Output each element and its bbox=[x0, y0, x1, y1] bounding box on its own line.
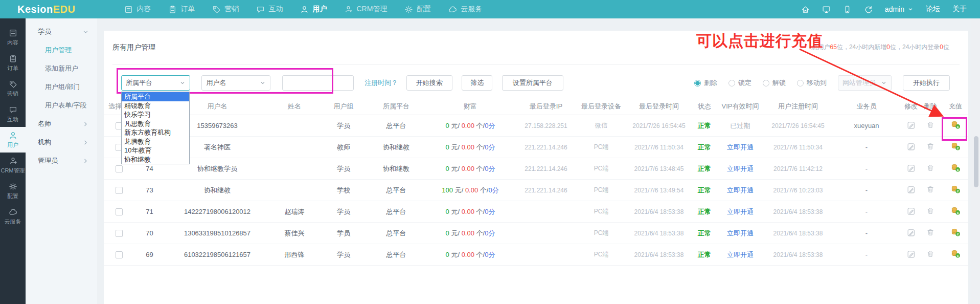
vertical-scrollbar[interactable] bbox=[971, 18, 980, 304]
bulk-radio-解锁[interactable]: 解锁 bbox=[763, 78, 786, 88]
menu-item-用户表单/字段[interactable]: 用户表单/字段 bbox=[26, 96, 97, 115]
nav-link-论坛[interactable]: 论坛 bbox=[926, 5, 940, 14]
cell-status: 正常 bbox=[695, 121, 714, 131]
cell-vip[interactable]: 立即开通 bbox=[727, 251, 754, 258]
coin-icon: c bbox=[951, 142, 961, 151]
platform-select[interactable]: 所属平台 bbox=[121, 75, 190, 91]
delete-button[interactable] bbox=[926, 185, 935, 193]
interaction-icon bbox=[9, 105, 17, 114]
radio-label: 移动到 bbox=[807, 78, 827, 88]
bulk-radio-删除[interactable]: 删除 bbox=[694, 78, 717, 88]
cell-vip[interactable]: 立即开通 bbox=[727, 165, 754, 172]
menu-item-用户组/部门[interactable]: 用户组/部门 bbox=[26, 78, 97, 96]
sidebar-item-label: 用户 bbox=[7, 141, 18, 149]
charge-button[interactable]: c bbox=[951, 206, 961, 215]
nav-item-云服务[interactable]: 云服务 bbox=[448, 5, 482, 14]
row-checkbox[interactable] bbox=[116, 230, 123, 237]
cell-platform: 协和继教 bbox=[364, 143, 428, 152]
edit-button[interactable] bbox=[907, 185, 916, 194]
sidebar-item-label: CRM管理 bbox=[1, 167, 25, 175]
sidebar-item-互动[interactable]: 互动 bbox=[0, 101, 26, 127]
menu-item-名师[interactable]: 名师 bbox=[26, 115, 97, 133]
move-target-select[interactable]: 网站管理员 bbox=[838, 75, 892, 91]
dropdown-option-凡思教育[interactable]: 凡思教育 bbox=[122, 119, 189, 128]
edit-button[interactable] bbox=[907, 164, 916, 172]
field-select[interactable]: 用户名 bbox=[201, 75, 270, 91]
row-checkbox[interactable] bbox=[116, 187, 123, 194]
charge-button[interactable]: c bbox=[951, 163, 961, 172]
menu-item-机构[interactable]: 机构 bbox=[26, 133, 97, 151]
menu-item-管理员[interactable]: 管理员 bbox=[26, 151, 97, 170]
stat-text: 位，24小时内登录 bbox=[890, 44, 940, 51]
sidebar-item-内容[interactable]: 内容 bbox=[0, 25, 26, 50]
cell-username: 协和继教 bbox=[169, 186, 266, 195]
edit-button[interactable] bbox=[907, 142, 916, 151]
edit-button[interactable] bbox=[907, 121, 916, 129]
dropdown-option-快乐学习[interactable]: 快乐学习 bbox=[122, 110, 189, 119]
home-button[interactable] bbox=[801, 5, 810, 14]
cell-group: 学校 bbox=[323, 186, 364, 195]
row-checkbox[interactable] bbox=[116, 208, 123, 215]
search-button[interactable]: 开始搜索 bbox=[406, 75, 452, 91]
edit-button[interactable] bbox=[907, 207, 916, 215]
app-logo[interactable]: KesionEDU bbox=[17, 4, 75, 15]
sidebar-item-用户[interactable]: 用户 bbox=[0, 127, 26, 153]
delete-button[interactable] bbox=[926, 228, 935, 236]
dropdown-option-10年教育[interactable]: 10年教育 bbox=[122, 146, 189, 155]
dropdown-option-协和继教[interactable]: 协和继教 bbox=[122, 155, 189, 164]
menu-item-添加新用户[interactable]: 添加新用户 bbox=[26, 59, 97, 78]
sidebar-item-label: 营销 bbox=[7, 90, 18, 98]
nav-item-CRM管理[interactable]: CRM管理 bbox=[344, 5, 387, 14]
nav-item-用户[interactable]: 用户 bbox=[300, 5, 327, 14]
user-stats: 总用户65位，24小时内新增0位，24小时内登录0位 bbox=[812, 43, 949, 52]
row-checkbox[interactable] bbox=[116, 165, 123, 172]
delete-button[interactable] bbox=[926, 164, 935, 172]
charge-button[interactable]: c bbox=[951, 120, 961, 129]
cell-wealth: 0 元/ 0.00 个/0分 bbox=[428, 143, 512, 152]
sidebar-item-订单[interactable]: 订单 bbox=[0, 50, 26, 76]
bulk-radio-移动到[interactable]: 移动到 bbox=[797, 78, 827, 88]
bulk-radio-锁定[interactable]: 锁定 bbox=[728, 78, 751, 88]
refresh-button[interactable] bbox=[864, 5, 873, 14]
set-platform-button[interactable]: 设置所属平台 bbox=[502, 75, 563, 91]
keyword-input[interactable] bbox=[282, 75, 354, 91]
nav-item-配置[interactable]: 配置 bbox=[404, 5, 431, 14]
cell-vip[interactable]: 立即开通 bbox=[727, 143, 754, 151]
dropdown-option-龙腾教育[interactable]: 龙腾教育 bbox=[122, 137, 189, 146]
dropdown-option-精锐教育[interactable]: 精锐教育 bbox=[122, 101, 189, 111]
register-time-link[interactable]: 注册时间？ bbox=[364, 75, 398, 91]
menu-item-学员[interactable]: 学员 bbox=[26, 23, 97, 41]
nav-item-互动[interactable]: 互动 bbox=[256, 5, 283, 14]
charge-button[interactable]: c bbox=[951, 249, 961, 258]
cell-vip[interactable]: 立即开通 bbox=[727, 186, 754, 194]
monitor-button[interactable] bbox=[822, 5, 831, 14]
dropdown-option-所属平台[interactable]: 所属平台 bbox=[122, 92, 189, 101]
dropdown-option-新东方教育机构[interactable]: 新东方教育机构 bbox=[122, 128, 189, 137]
edit-button[interactable] bbox=[907, 228, 916, 237]
sidebar-item-云服务[interactable]: 云服务 bbox=[0, 204, 26, 229]
cell-vip[interactable]: 立即开通 bbox=[727, 208, 754, 215]
edit-button[interactable] bbox=[907, 250, 916, 258]
nav-item-内容[interactable]: 内容 bbox=[124, 5, 151, 14]
nav-link-关于[interactable]: 关于 bbox=[952, 5, 967, 14]
sidebar-item-配置[interactable]: 配置 bbox=[0, 178, 26, 204]
scrollbar-thumb[interactable] bbox=[974, 136, 978, 187]
sidebar-item-营销[interactable]: 营销 bbox=[0, 76, 26, 101]
delete-button[interactable] bbox=[926, 250, 935, 258]
mobile-button[interactable] bbox=[843, 5, 852, 14]
charge-button[interactable]: c bbox=[951, 142, 961, 151]
delete-button[interactable] bbox=[926, 207, 935, 215]
nav-item-订单[interactable]: 订单 bbox=[168, 5, 195, 14]
charge-button[interactable]: c bbox=[951, 185, 961, 194]
row-checkbox[interactable] bbox=[116, 251, 123, 258]
menu-item-用户管理[interactable]: 用户管理 bbox=[26, 41, 97, 59]
sidebar-item-CRM管理[interactable]: CRM管理 bbox=[0, 153, 26, 178]
filter-button[interactable]: 筛选 bbox=[462, 75, 492, 91]
cell-vip[interactable]: 立即开通 bbox=[727, 229, 754, 237]
execute-button[interactable]: 开始执行 bbox=[903, 75, 950, 91]
charge-button[interactable]: c bbox=[951, 228, 961, 237]
delete-button[interactable] bbox=[926, 121, 935, 129]
delete-button[interactable] bbox=[926, 142, 935, 150]
user-menu[interactable]: admin bbox=[885, 5, 914, 13]
nav-item-营销[interactable]: 营销 bbox=[212, 5, 239, 14]
